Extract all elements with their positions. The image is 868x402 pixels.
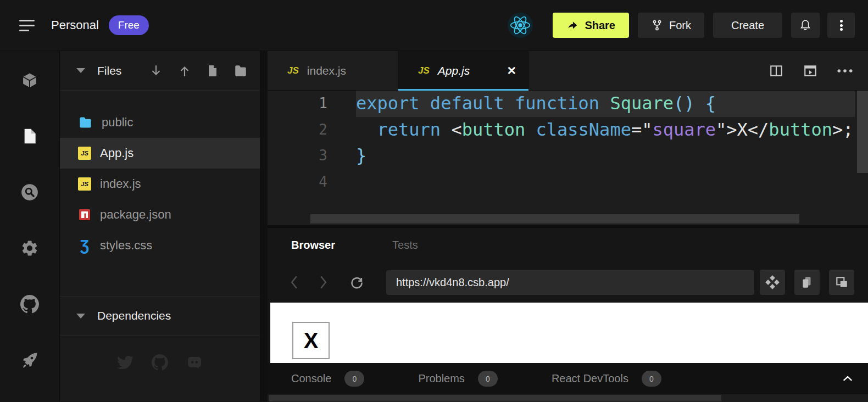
collapse-caret-icon[interactable] [76, 68, 85, 73]
javascript-icon: JS [287, 65, 299, 76]
editor: JS index.js JS App.js ✕ [268, 51, 868, 401]
line-number: 2 [268, 117, 356, 143]
refresh-icon[interactable] [349, 275, 364, 290]
file-name: styles.css [100, 238, 152, 253]
social-links [60, 354, 260, 371]
create-label: Create [731, 19, 764, 32]
chevron-up-icon[interactable] [843, 376, 853, 382]
code-lines: export default function Square() { retur… [356, 91, 868, 225]
preview-window-icon[interactable] [803, 64, 817, 78]
react-devtools-tab[interactable]: React DevTools 0 [552, 371, 661, 387]
twitter-icon[interactable] [117, 354, 133, 371]
file-row-public[interactable]: public [60, 107, 260, 138]
fork-button[interactable]: Fork [638, 13, 704, 38]
square-button[interactable]: X [292, 322, 330, 359]
back-icon[interactable] [290, 275, 298, 290]
settings-gear-icon[interactable] [20, 239, 39, 258]
problems-tab[interactable]: Problems 0 [418, 371, 497, 387]
collapse-caret-icon[interactable] [76, 314, 85, 319]
react-devtools-label: React DevTools [552, 372, 628, 385]
deployment-rocket-icon[interactable] [20, 351, 39, 370]
file-name: index.js [100, 177, 141, 191]
notifications-button[interactable] [791, 13, 820, 38]
menu-icon[interactable] [19, 20, 36, 31]
share-icon [566, 19, 578, 31]
code-editor[interactable]: 1234 export default function Square() { … [268, 91, 868, 225]
file-row-App-js[interactable]: JSApp.js [60, 138, 260, 169]
top-bar: Personal Free Share [0, 0, 868, 51]
tab-app-js[interactable]: JS App.js ✕ [398, 51, 529, 90]
tab-browser[interactable]: Browser [291, 239, 335, 252]
line-number-gutter: 1234 [268, 91, 356, 225]
close-icon[interactable]: ✕ [507, 64, 516, 77]
code-line-2: return <button className="square">X</but… [356, 117, 868, 143]
count-badge: 0 [344, 371, 364, 387]
vertical-scrollbar[interactable] [857, 91, 868, 173]
activity-bar [0, 51, 59, 401]
split-editor-icon[interactable] [769, 64, 783, 78]
javascript-icon: JS [418, 65, 430, 76]
console-tab[interactable]: Console 0 [291, 371, 364, 387]
copy-url-icon[interactable] [794, 270, 820, 295]
bell-icon [799, 19, 812, 32]
file-explorer-icon[interactable] [20, 127, 39, 146]
line-number: 4 [268, 169, 356, 196]
npm-icon [78, 208, 91, 221]
browser-tabs: Browser Tests [268, 228, 868, 262]
tab-label: App.js [438, 64, 470, 77]
code-line-4 [356, 169, 868, 196]
forward-icon[interactable] [319, 275, 327, 290]
tab-label: index.js [307, 64, 346, 77]
search-icon[interactable] [20, 183, 39, 202]
dependencies-title: Dependencies [97, 309, 171, 322]
discord-icon[interactable] [186, 354, 203, 371]
browser-preview: X [270, 303, 868, 363]
scrollbar-thumb[interactable] [269, 395, 721, 401]
horizontal-scrollbar[interactable] [310, 214, 799, 224]
dependencies-header[interactable]: Dependencies [60, 297, 260, 335]
file-name: package.json [100, 208, 171, 222]
react-logo-icon[interactable] [508, 13, 533, 38]
kebab-menu-icon [840, 19, 843, 32]
editor-tab-bar: JS index.js JS App.js ✕ [268, 51, 868, 91]
console-label: Console [291, 372, 331, 385]
css-icon: Ʒ [78, 239, 91, 252]
new-file-icon[interactable] [206, 64, 219, 77]
tab-index-js[interactable]: JS index.js [268, 51, 398, 90]
url-input[interactable] [386, 270, 754, 295]
upload-icon[interactable] [177, 64, 192, 78]
github-icon[interactable] [20, 295, 39, 314]
files-panel: Files publicJSApp.jsJSindex. [59, 51, 260, 401]
file-row-package-json[interactable]: package.json [60, 199, 260, 230]
file-name: public [102, 115, 133, 130]
fork-icon [651, 19, 663, 31]
code-line-3: } [356, 143, 868, 169]
file-row-styles-css[interactable]: Ʒstyles.css [60, 230, 260, 261]
github-icon[interactable] [152, 354, 168, 371]
count-badge: 0 [478, 371, 498, 387]
share-button[interactable]: Share [553, 13, 629, 38]
console-bar: Console 0 Problems 0 React DevTools 0 [268, 363, 868, 394]
create-button[interactable]: Create [713, 13, 782, 38]
file-list: publicJSApp.jsJSindex.jspackage.jsonƷsty… [60, 91, 260, 261]
new-folder-icon[interactable] [233, 64, 248, 78]
line-number: 3 [268, 143, 356, 169]
share-label: Share [585, 19, 615, 32]
workspace-name[interactable]: Personal [51, 18, 99, 32]
open-in-new-window-icon[interactable] [829, 270, 854, 295]
download-icon[interactable] [149, 64, 163, 78]
responsive-preview-icon[interactable] [760, 270, 785, 295]
panel-resizer[interactable] [260, 51, 268, 401]
problems-label: Problems [418, 372, 464, 385]
javascript-icon: JS [78, 147, 91, 160]
fork-label: Fork [669, 19, 691, 32]
javascript-icon: JS [78, 177, 91, 191]
more-options-button[interactable] [827, 13, 855, 38]
browser-panel: Browser Tests [268, 225, 868, 401]
codesandbox-app: Personal Free Share [0, 0, 868, 402]
ellipsis-icon[interactable] [837, 69, 853, 73]
sandbox-info-cube-icon[interactable] [20, 71, 39, 90]
folder-icon [78, 115, 93, 130]
tab-tests[interactable]: Tests [392, 239, 418, 252]
file-row-index-js[interactable]: JSindex.js [60, 169, 260, 199]
